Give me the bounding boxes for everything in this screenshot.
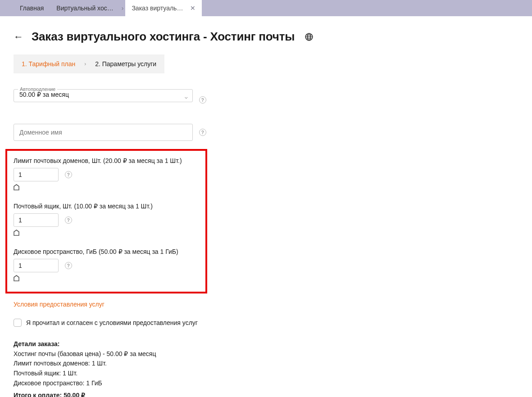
domain-row: ?: [14, 124, 266, 141]
tab-home[interactable]: Главная: [14, 0, 50, 16]
param-mail-domains-label: Лимит почтовых доменов, Шт. (20.00 ₽ за …: [14, 157, 199, 164]
tab-order-label: Заказ виртуальн…: [132, 5, 186, 12]
domain-input[interactable]: [14, 124, 193, 141]
back-arrow-icon[interactable]: ←: [14, 32, 23, 42]
slider-handle-icon[interactable]: [14, 275, 199, 283]
tab-vhost[interactable]: Виртуальный хос…: [50, 0, 119, 16]
help-icon[interactable]: ?: [199, 96, 206, 104]
param-disk-label: Дисковое пространство, ГиБ (50.00 ₽ за м…: [14, 248, 199, 255]
close-icon[interactable]: ✕: [190, 5, 196, 12]
details-line: Лимит почтовых доменов: 1 Шт.: [14, 359, 266, 369]
tab-order[interactable]: Заказ виртуальн… ✕: [125, 0, 202, 16]
tab-home-label: Главная: [20, 5, 44, 12]
help-icon[interactable]: ?: [65, 262, 72, 269]
param-mailbox-input[interactable]: [14, 213, 59, 227]
title-row: ← Заказ виртуального хостинга - Хостинг …: [14, 30, 518, 44]
param-mail-domains: Лимит почтовых доменов, Шт. (20.00 ₽ за …: [14, 157, 199, 192]
page-content: ← Заказ виртуального хостинга - Хостинг …: [0, 16, 532, 397]
param-mailbox-label: Почтовый ящик, Шт. (10.00 ₽ за месяц за …: [14, 203, 199, 210]
chevron-right-icon: ›: [120, 0, 126, 16]
agree-label: Я прочитал и согласен с условиями предос…: [26, 319, 198, 326]
globe-icon[interactable]: [305, 32, 314, 41]
agree-row: Я прочитал и согласен с условиями предос…: [14, 319, 266, 327]
param-disk: Дисковое пространство, ГиБ (50.00 ₽ за м…: [14, 248, 199, 283]
slider-handle-icon[interactable]: [14, 184, 199, 192]
order-form: Автопродление 50.00 ₽ за месяц ⌵ ? ? Лим…: [14, 87, 266, 397]
help-icon[interactable]: ?: [65, 171, 72, 178]
page-title: Заказ виртуального хостинга - Хостинг по…: [32, 30, 295, 44]
agree-checkbox[interactable]: [14, 319, 22, 327]
autoprolong-value: 50.00 ₽ за месяц: [14, 91, 192, 102]
autoprolong-row: Автопродление 50.00 ₽ за месяц ⌵ ?: [14, 87, 266, 113]
autoprolong-select[interactable]: Автопродление 50.00 ₽ за месяц ⌵: [14, 87, 193, 102]
tab-bar: Главная Виртуальный хос… › Заказ виртуал…: [0, 0, 532, 16]
chevron-right-icon: ›: [84, 61, 86, 67]
details-line: Хостинг почты (базовая цена) - 50.00 ₽ з…: [14, 349, 266, 359]
details-total: Итого к оплате: 50.00 ₽: [14, 391, 266, 397]
tab-vhost-label: Виртуальный хос…: [56, 5, 113, 12]
details-line: Дисковое пространство: 1 ГиБ: [14, 379, 266, 388]
param-mailbox: Почтовый ящик, Шт. (10.00 ₽ за месяц за …: [14, 203, 199, 237]
help-icon[interactable]: ?: [65, 217, 72, 224]
param-mail-domains-input[interactable]: [14, 168, 59, 181]
param-disk-input[interactable]: [14, 259, 59, 272]
help-icon[interactable]: ?: [199, 129, 206, 136]
wizard-steps: 1. Тарифный план › 2. Параметры услуги: [14, 54, 164, 73]
slider-handle-icon[interactable]: [14, 230, 199, 237]
step-1[interactable]: 1. Тарифный план: [22, 60, 75, 68]
terms-link[interactable]: Условия предоставления услуг: [14, 301, 105, 308]
details-heading: Детали заказа:: [14, 339, 266, 349]
order-details: Детали заказа: Хостинг почты (базовая це…: [14, 339, 266, 397]
step-2[interactable]: 2. Параметры услуги: [95, 60, 156, 68]
params-highlight: Лимит почтовых доменов, Шт. (20.00 ₽ за …: [5, 149, 207, 293]
details-line: Почтовый ящик: 1 Шт.: [14, 369, 266, 379]
